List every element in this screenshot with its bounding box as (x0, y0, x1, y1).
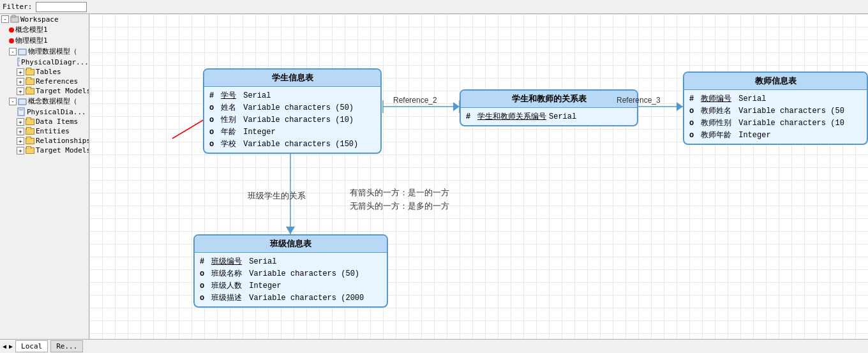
folder-icon (26, 79, 34, 85)
row-name: 教师姓名 (701, 105, 731, 116)
table-row: o 教师姓名 Variable characters (50 (689, 105, 862, 117)
student-table-body: # 学号 Serial o 姓名 Variable characters (50… (204, 87, 380, 153)
sidebar-item-entities[interactable]: + Entities (0, 126, 89, 136)
scroll-left-btn[interactable]: ◀ (3, 343, 6, 350)
sidebar-item-relationships[interactable]: + Relationships (0, 136, 89, 146)
relation-annotation-label: 班级学生的关系 (248, 190, 306, 203)
row-symbol: o (209, 128, 218, 137)
row-name: 教师年龄 (701, 130, 731, 140)
expand-icon[interactable]: + (17, 87, 24, 95)
expand-icon[interactable]: - (9, 98, 17, 105)
relation-table[interactable]: 学生和教师的关系表 # 学生和教师关系编号 Serial (460, 89, 638, 126)
canvas-wrap[interactable]: 学生信息表 # 学号 Serial o 姓名 Variable characte… (89, 14, 868, 339)
row-symbol: o (209, 103, 218, 112)
row-symbol: # (689, 94, 698, 103)
row-type: Variable characters (150) (239, 140, 358, 149)
canvas: 学生信息表 # 学号 Serial o 姓名 Variable characte… (89, 14, 868, 339)
ref2-label: Reference_2 (393, 96, 437, 105)
sidebar: - Workspace 概念模型1 物理模型1 - 物理数据模型（ Physic… (0, 14, 89, 339)
svg-rect-2 (19, 49, 26, 55)
sidebar-item-physicaldata[interactable]: - 物理数据模型（ (0, 46, 89, 57)
class-table[interactable]: 班级信息表 # 班级编号 Serial o 班级名称 Variable char… (193, 234, 388, 308)
targetmodels2-label: Target Models (36, 146, 89, 154)
row-symbol: o (689, 107, 698, 116)
filter-label: Filter: (3, 3, 32, 11)
sidebar-item-targetmodels[interactable]: + Target Models (0, 86, 89, 96)
sidebar-item-physicaldiag2[interactable]: PhysicalDia... (0, 107, 89, 117)
annotation-line2: 有箭头的一方：是一的一方 (350, 186, 449, 200)
expand-icon[interactable]: + (17, 68, 24, 76)
expand-icon[interactable]: - (9, 48, 17, 56)
row-name: 教师编号 (701, 93, 731, 104)
student-table[interactable]: 学生信息表 # 学号 Serial o 姓名 Variable characte… (203, 68, 382, 154)
class-table-header: 班级信息表 (195, 236, 387, 253)
row-name: 姓名 (221, 102, 236, 113)
table-row: o 姓名 Variable characters (50) (209, 101, 375, 114)
row-type: Variable characters (50) (244, 269, 359, 278)
expand-icon[interactable]: + (17, 137, 24, 145)
sidebar-item-workspace[interactable]: - Workspace (0, 14, 89, 24)
tab-remote[interactable]: Re... (50, 340, 83, 352)
row-type: Variable characters (10) (239, 116, 354, 124)
tab-local[interactable]: Local (15, 340, 48, 352)
physicaldiag-icon (17, 57, 20, 66)
filter-bar: Filter: (0, 0, 868, 14)
table-row: o 班级名称 Variable characters (50) (200, 267, 382, 280)
folder-icon (26, 88, 34, 94)
conceptdata-label: 概念数据模型（ (28, 96, 77, 106)
table-row: # 学生和教师关系编号 Serial (466, 110, 632, 123)
svg-rect-1 (12, 15, 15, 17)
conceptmodel1-label: 概念模型1 (15, 25, 48, 34)
row-symbol: # (466, 112, 475, 121)
sidebar-item-targetmodels2[interactable]: + Target Models (0, 146, 89, 155)
physicaldata-icon (18, 47, 27, 56)
table-row: o 教师年龄 Integer (689, 129, 862, 141)
table-row: # 班级编号 Serial (200, 255, 382, 267)
student-table-header: 学生信息表 (204, 70, 380, 87)
svg-rect-3 (18, 58, 20, 66)
sidebar-item-conceptdata[interactable]: - 概念数据模型（ (0, 96, 89, 107)
folder-icon (26, 138, 34, 144)
direction-annotation: 有箭头的一方：是一的一方 无箭头的一方：是多的一方 (350, 186, 449, 213)
conceptdata-icon (18, 97, 27, 106)
model-indicator (9, 27, 14, 33)
row-name: 班级编号 (211, 256, 242, 267)
table-row: o 学校 Variable characters (150) (209, 138, 375, 150)
targetmodels-label: Target Models (36, 87, 89, 95)
row-symbol: o (689, 131, 698, 140)
teacher-table-header: 教师信息表 (684, 73, 867, 90)
folder-icon (26, 119, 34, 125)
physicalmodel1-label: 物理模型1 (15, 36, 48, 45)
sidebar-item-references[interactable]: + References (0, 77, 89, 86)
folder-icon (26, 69, 34, 75)
row-symbol: o (200, 294, 209, 303)
ref3-label: Reference_3 (617, 96, 661, 105)
table-row: o 性别 Variable characters (10) (209, 114, 375, 126)
physicaldiag2-icon (17, 107, 26, 116)
workspace-icon (10, 15, 19, 24)
sidebar-item-physicaldiag[interactable]: PhysicalDiagr... (0, 57, 89, 67)
expand-icon[interactable]: + (17, 118, 24, 126)
expand-icon[interactable]: - (1, 15, 9, 23)
entities-label: Entities (36, 127, 70, 135)
row-type: Serial (244, 257, 276, 266)
sidebar-item-tables[interactable]: + Tables (0, 67, 89, 77)
row-name: 学生和教师关系编号 (477, 111, 546, 122)
sidebar-item-conceptmodel1[interactable]: 概念模型1 (0, 24, 89, 35)
scroll-right-btn[interactable]: ▶ (9, 343, 13, 350)
expand-icon[interactable]: + (17, 78, 24, 86)
row-symbol: # (200, 257, 209, 266)
teacher-table[interactable]: 教师信息表 # 教师编号 Serial o 教师姓名 Variable char… (683, 71, 868, 145)
sidebar-item-dataitems[interactable]: + Data Items (0, 117, 89, 126)
physicaldiag-label: PhysicalDiagr... (21, 58, 89, 66)
workspace-label: Workspace (20, 15, 59, 24)
references-label: References (36, 77, 78, 86)
table-row: o 班级描述 Variable characters (2000 (200, 292, 382, 304)
sidebar-item-physicalmodel1[interactable]: 物理模型1 (0, 35, 89, 46)
expand-icon[interactable]: + (17, 147, 24, 154)
svg-marker-15 (677, 102, 683, 111)
table-row: # 教师编号 Serial (689, 93, 862, 105)
row-name: 学校 (221, 139, 236, 149)
filter-input[interactable] (36, 2, 87, 12)
expand-icon[interactable]: + (17, 128, 24, 135)
